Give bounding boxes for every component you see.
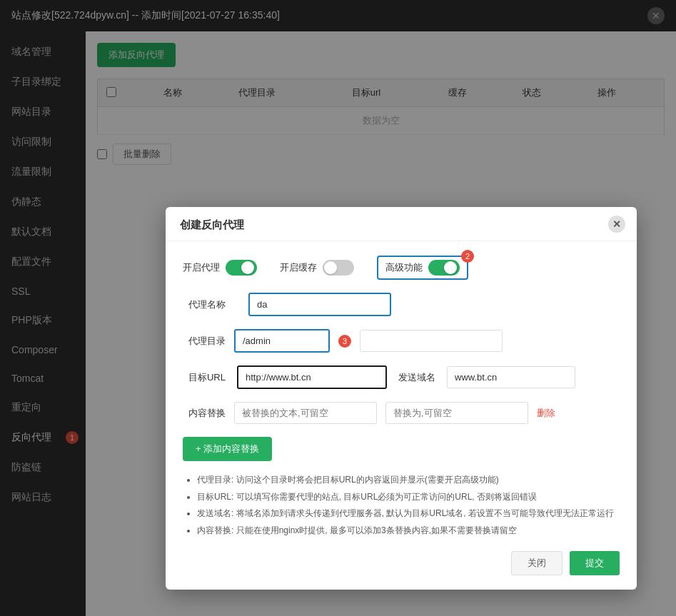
proxy-dir-extra-input[interactable] [360,330,503,352]
modal-submit-button[interactable]: 提交 [570,551,620,575]
proxy-name-label: 代理名称 [183,298,226,311]
proxy-name-row: 代理名称 [183,293,620,316]
modal-title: 创建反向代理 [180,218,244,232]
content-replace-label: 内容替换 [183,407,226,420]
modal-header: 创建反向代理 ✕ [166,207,637,241]
advanced-feature-slider [428,260,460,276]
proxy-dir-input[interactable] [236,330,328,351]
modal-footer: 关闭 提交 [166,540,637,575]
enable-cache-group: 开启缓存 [280,260,354,276]
proxy-dir-badge: 3 [338,335,351,348]
target-url-label: 目标URL [183,371,226,384]
advanced-badge: 2 [461,250,474,263]
delete-replace-link[interactable]: 删除 [537,407,555,420]
add-replace-button[interactable]: + 添加内容替换 [183,437,272,461]
advanced-feature-label: 高级功能 [385,261,423,274]
proxy-dir-label: 代理目录 [183,335,226,348]
target-url-input[interactable] [237,365,387,389]
advanced-feature-box: 高级功能 2 [377,256,468,280]
replace-from-input[interactable] [234,402,377,424]
proxy-dir-input-wrap [234,329,330,353]
url-row: 目标URL 发送域名 [183,365,620,389]
create-proxy-modal: 创建反向代理 ✕ 开启代理 开启缓存 高级功能 [166,207,637,590]
send-domain-input[interactable] [447,366,575,388]
note-2: 目标URL: 可以填写你需要代理的站点, 目标URL必须为可正常访问的URL, … [197,490,620,505]
enable-cache-label: 开启缓存 [280,261,317,274]
modal-close-button[interactable]: ✕ [608,216,625,233]
enable-proxy-group: 开启代理 [183,260,257,276]
proxy-name-input[interactable] [248,293,391,316]
advanced-feature-toggle[interactable] [428,260,460,276]
modal-body: 开启代理 开启缓存 高级功能 2 代理名称 [166,241,637,538]
send-domain-label: 发送域名 [398,371,435,384]
note-4: 内容替换: 只能在使用nginx时提供, 最多可以添加3条替换内容,如果不需要替… [197,523,620,539]
enable-cache-slider [323,260,354,276]
enable-proxy-label: 开启代理 [183,261,220,274]
replace-to-input[interactable] [385,402,528,424]
note-1: 代理目录: 访问这个目录时将会把目标URL的内容返回并显示(需要开启高级功能) [197,473,620,488]
enable-cache-toggle[interactable] [323,260,354,276]
enable-proxy-toggle[interactable] [226,260,257,276]
note-3: 发送域名: 将域名添加到请求头传递到代理服务器, 默认为目标URL域名, 若设置… [197,506,620,522]
notes-list: 代理目录: 访问这个目录时将会把目标URL的内容返回并显示(需要开启高级功能) … [183,473,620,538]
enable-proxy-slider [226,260,257,276]
proxy-dir-row: 代理目录 3 [183,329,620,353]
modal-close-footer-button[interactable]: 关闭 [511,551,563,575]
content-replace-row: 内容替换 删除 [183,402,620,424]
toggle-row: 开启代理 开启缓存 高级功能 2 [183,256,620,280]
add-replace-container: + 添加内容替换 [183,437,620,473]
